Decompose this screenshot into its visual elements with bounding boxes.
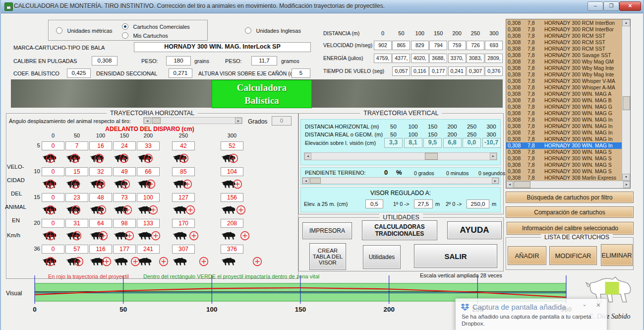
cartridge-row[interactable]: 0,3087,8HORNADY 300 WIN. MAG In xyxy=(506,117,622,123)
scroll-left-icon[interactable]: ◄ xyxy=(302,178,309,184)
coef-field[interactable]: 0,425 xyxy=(67,68,91,78)
cartridge-row[interactable]: 0,3087,8HORNADY 300 Savage SST xyxy=(506,52,622,59)
cartridge-row[interactable]: 0,3087,8HORNADY 300 WIN. MAG S xyxy=(506,162,622,168)
cartridge-row[interactable]: 0,3087,8HORNADY 300 Whisper A-MA xyxy=(506,84,622,91)
cartridge-row[interactable]: 0,3087,8HORNADY 300 WIN. MAG In xyxy=(506,136,622,142)
ayuda-button[interactable]: AYUDA xyxy=(447,221,502,239)
target-icon xyxy=(145,179,156,192)
cartridge-row[interactable]: 0,3087,8HORNADY 300 WIN. MAG In xyxy=(506,123,622,130)
vertical-table-scrollbar[interactable]: ◄ ► xyxy=(304,152,497,160)
cartridge-cell: 7,8 xyxy=(527,136,544,142)
modificar-button[interactable]: MODIFICAR xyxy=(549,246,597,265)
densidad-field[interactable]: 0,271 xyxy=(169,68,192,78)
cartridge-cell: 7,8 xyxy=(527,78,544,84)
angle-scrollbar-thumb[interactable] xyxy=(152,118,161,124)
radio-mis-cartuchos[interactable]: Mis Cartuchos xyxy=(122,31,168,40)
crear-tabla-visor-button[interactable]: CREAR TABLA DEL VISOR xyxy=(309,243,346,270)
scroll-left-icon[interactable]: ◄ xyxy=(144,118,151,124)
zero1-field[interactable]: 27,5 xyxy=(414,199,433,208)
cartridge-row[interactable]: 0,3087,8HORNADY 300 WIN. MAG In xyxy=(506,130,622,136)
cartridge-row[interactable]: 0,3087,8HORNADY 300 RCM SST xyxy=(506,46,622,52)
title-bar[interactable]: CALCULADORA DE MONTERÍA. TIRO INSTINTIVO… xyxy=(1,0,643,13)
lead-value-cell: 66 xyxy=(137,167,160,176)
impresora-button[interactable]: IMPRESORA xyxy=(302,222,352,239)
cartridge-row[interactable]: 0,3087,8HORNADY 300 WIN. MAG S xyxy=(506,155,622,162)
pendiente-scrollbar[interactable]: ◄ ► xyxy=(302,177,499,184)
lead-value-cell: 49 xyxy=(113,167,136,176)
radio-unidades-metricas[interactable]: Unidades métricas xyxy=(56,26,113,35)
elev25-field[interactable]: 0,5 xyxy=(365,199,383,208)
radio-icon-selected[interactable] xyxy=(122,23,128,30)
cartridge-row[interactable]: 0,3087,8HORNADY 300 RCM InterBor xyxy=(506,26,622,33)
list-hscroll-thumb[interactable] xyxy=(514,181,530,188)
cartridge-cell: 0,308 xyxy=(506,33,527,39)
cartridge-row[interactable]: 0,3087,8HORNADY 300 Whisper V-MA xyxy=(506,78,622,84)
pendiente-scrollbar-thumb[interactable] xyxy=(310,178,321,184)
cartridge-row[interactable]: 0,3087,8HORNADY 300 WIN. MAG G xyxy=(506,104,622,110)
ballistics-row-label: DISTANCIA (m) xyxy=(323,30,359,36)
radio-icon[interactable] xyxy=(56,27,62,34)
cartridge-cell: HORNADY 300 WIN. MAG S xyxy=(544,155,622,162)
cartridge-row[interactable]: 0,3087,8HORNADY 300 Wby Mag GM xyxy=(506,59,622,65)
peso-grains-field[interactable]: 180 xyxy=(166,56,191,66)
scroll-left-icon[interactable]: ◄ xyxy=(506,181,513,188)
ballistics-table: DISTANCIA (m)050100150200250300VELOCIDAD… xyxy=(322,25,504,79)
notification-close-icon[interactable]: ✕ xyxy=(596,302,601,309)
cartridge-row[interactable]: 0,3087,8HORNADY 300 RCM InterBon xyxy=(506,20,622,26)
angle-scrollbar[interactable]: ◄ ► xyxy=(143,117,242,124)
scroll-right-icon[interactable]: ► xyxy=(623,181,630,188)
list-horizontal-scrollbar[interactable]: ◄ ► xyxy=(506,181,630,188)
radio-icon[interactable] xyxy=(122,32,128,39)
scroll-right-icon[interactable]: ► xyxy=(492,178,499,184)
peso-gramos-field[interactable]: 11,7 xyxy=(251,56,277,66)
salir-button[interactable]: SALIR xyxy=(414,244,497,268)
cartridge-row[interactable]: 0,3087,8HORNADY 300 RCM SST xyxy=(506,39,622,46)
notification-settings-icon[interactable]: ⌄ xyxy=(582,301,587,308)
dropbox-notification[interactable]: Captura de pantalla añadida Se ha añadid… xyxy=(455,298,607,330)
utilidades-button[interactable]: Utilidades xyxy=(363,245,401,269)
scroll-right-icon[interactable]: ► xyxy=(235,118,242,124)
zero2-field[interactable]: 250,0 xyxy=(467,199,489,208)
scroll-left-icon[interactable]: ◄ xyxy=(304,153,311,160)
calculadoras-button[interactable]: CALCULADORAS TRADICIONALES xyxy=(362,220,437,240)
caliber-field[interactable]: 0,308 xyxy=(92,56,117,66)
scroll-right-icon[interactable]: ► xyxy=(490,153,497,160)
cartridge-row[interactable]: 0,3087,8HORNADY 300 RCM SST xyxy=(506,33,622,39)
informacion-calibre-button[interactable]: Información del calibre seleccionado xyxy=(507,222,634,235)
target-icon xyxy=(252,256,263,269)
brand-field[interactable]: HORNADY 300 WIN. MAG. InterLock SP xyxy=(134,42,311,52)
eliminar-button[interactable]: ELIMINAR xyxy=(601,244,633,266)
scroll-up-icon[interactable]: ▲ xyxy=(622,19,630,26)
close-button[interactable]: ✕ xyxy=(619,1,641,11)
vt-distance-cell: 150 xyxy=(423,132,442,137)
cartridge-row[interactable]: 0,3087,8HORNADY 300 Wby Mag Inte xyxy=(506,71,622,78)
radio-icon[interactable] xyxy=(245,27,251,34)
target-icon xyxy=(96,204,107,217)
cartridge-listbox[interactable]: 0,3087,8HORNADY 300 RCM InterBon0,3087,8… xyxy=(506,19,631,189)
grados-field[interactable]: 0 xyxy=(272,116,292,126)
cartridge-row[interactable]: 0,3087,8HORNADY 300 WIN. MAG S xyxy=(506,168,622,175)
list-vscroll-thumb[interactable] xyxy=(623,96,630,110)
anadir-button[interactable]: AÑADIR xyxy=(508,246,546,265)
maximize-button[interactable]: ❐ xyxy=(603,1,619,11)
list-vertical-scrollbar[interactable]: ▲ ▼ xyxy=(622,19,630,181)
cartridge-cell: HORNADY 300 WIN. MAG S xyxy=(544,149,622,155)
cartridge-row[interactable]: 0,3087,8HORNADY 300 Wby Mag Inte xyxy=(506,65,622,71)
cartridge-cell: HORNADY 300 RCM InterBor xyxy=(544,26,622,33)
comparacion-cartuchos-button[interactable]: Comparación de cartuchos xyxy=(506,206,634,218)
vertical-table-scrollbar-thumb[interactable] xyxy=(425,153,438,160)
cartridge-row[interactable]: 0,3087,8HORNADY 300 WIN. MAG B xyxy=(506,97,622,104)
lead-value-cell: 32 xyxy=(89,167,112,176)
minimize-button[interactable]: – xyxy=(587,1,603,11)
radio-cartuchos-comerciales[interactable]: Cartuchos Comerciales xyxy=(122,22,190,31)
target-icon xyxy=(120,179,131,192)
cartridge-row[interactable]: 0,3087,8HORNADY 300 WIN. MAG S xyxy=(506,149,622,155)
cartridge-row[interactable]: 0,3087,8HORNADY 300 WIN. MAG G xyxy=(506,110,622,117)
target-icon xyxy=(239,230,250,243)
busqueda-cartuchos-button[interactable]: Búsqueda de cartuchos por filtro xyxy=(506,192,634,203)
scroll-down-icon[interactable]: ▼ xyxy=(622,174,630,181)
altura-visor-field[interactable]: 5 xyxy=(292,68,310,78)
cartridge-row[interactable]: 0,3087,8HORNADY 300 WIN. MAG A xyxy=(506,91,622,97)
cartridge-row-selected[interactable]: 0,3087,8HORNADY 300 WIN. MAG In xyxy=(506,142,622,149)
radio-unidades-inglesas[interactable]: Unidades Inglesas xyxy=(245,26,301,35)
